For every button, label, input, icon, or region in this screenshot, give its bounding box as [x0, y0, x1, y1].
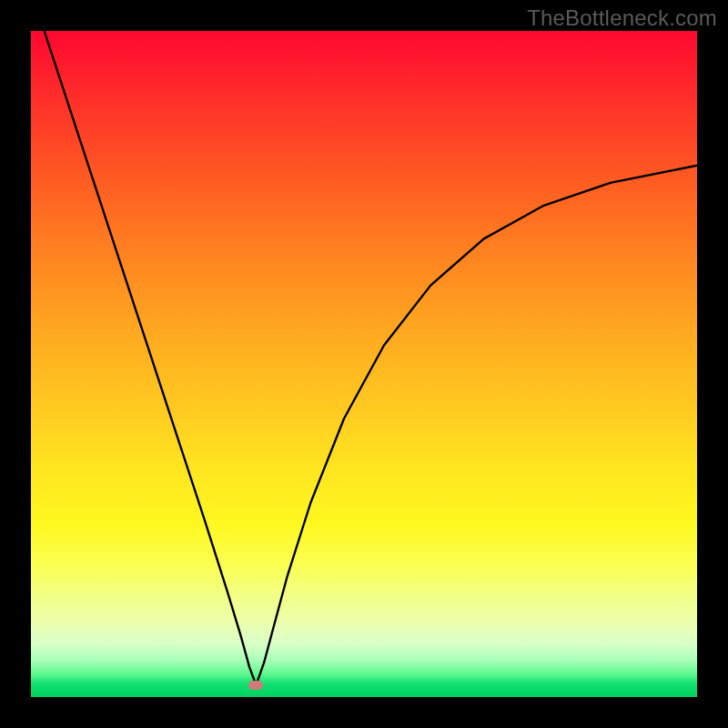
minimum-marker: [248, 681, 263, 690]
bottleneck-curve: [31, 31, 697, 697]
chart-plot-area: [31, 31, 697, 697]
curve-path: [45, 31, 697, 685]
watermark-text: TheBottleneck.com: [527, 5, 717, 31]
chart-frame: TheBottleneck.com: [0, 0, 728, 728]
